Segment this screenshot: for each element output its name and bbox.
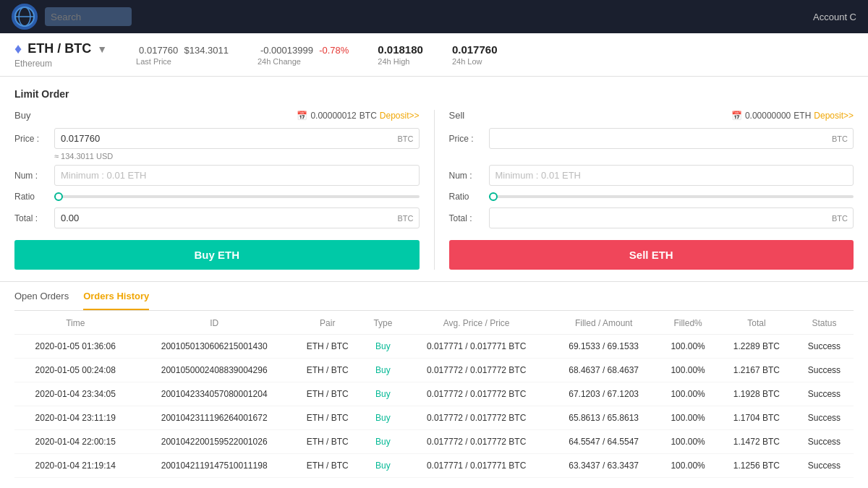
buy-total-label: Total : — [14, 213, 54, 223]
sell-panel-header: Sell 📅 0.00000000 ETH Deposit>> — [449, 110, 854, 121]
col-type: Type — [363, 311, 404, 335]
cell-id: 2001042200159522001026 — [137, 430, 292, 454]
cell-type: Buy — [363, 382, 404, 406]
sell-deposit-link[interactable]: Deposit>> — [814, 111, 854, 121]
col-filled-pct: Filled% — [658, 311, 718, 335]
account-label: Account C — [813, 12, 856, 22]
cell-filled-amount: 65.8613 / 65.8613 — [550, 406, 658, 430]
sell-ratio-row: Ratio — [449, 192, 854, 202]
buy-price-wrap: BTC — [54, 128, 420, 149]
sell-num-row: Num : — [449, 165, 854, 186]
buy-total-row: Total : BTC — [14, 207, 420, 228]
sell-ratio-label: Ratio — [449, 192, 489, 202]
cell-id: 2001042311196264001672 — [137, 406, 292, 430]
low-item: 0.017760 24h Low — [452, 43, 498, 66]
buy-ratio-slider[interactable] — [54, 195, 420, 198]
sell-button[interactable]: Sell ETH — [449, 240, 854, 270]
header: Account C — [0, 0, 868, 33]
header-left — [12, 4, 132, 30]
cell-total: 1.1256 BTC — [718, 454, 795, 478]
buy-approx-usd: ≈ 134.3011 USD — [54, 152, 420, 160]
pair-dropdown-icon[interactable]: ▼ — [97, 43, 107, 55]
cell-status: Success — [795, 382, 854, 406]
buy-button[interactable]: Buy ETH — [14, 240, 420, 270]
cell-total: 1.2167 BTC — [718, 359, 795, 382]
col-time: Time — [14, 311, 137, 335]
tab-open-orders[interactable]: Open Orders — [14, 291, 69, 310]
cell-pair: ETH / BTC — [292, 382, 363, 406]
buy-balance: 0.00000012 — [310, 111, 356, 121]
buy-total-input[interactable] — [54, 207, 420, 228]
last-price-item: 0.017760 $134.3011 Last Price — [136, 43, 229, 66]
sell-ratio-slider[interactable] — [489, 195, 854, 198]
orders-section: Open Orders Orders History Time ID Pair … — [0, 282, 868, 488]
cell-status: Success — [795, 406, 854, 430]
sell-price-row: Price : BTC — [449, 128, 854, 149]
tab-orders-history[interactable]: Orders History — [83, 291, 149, 310]
trading-pair: ETH / BTC — [27, 41, 91, 56]
sell-num-wrap — [489, 165, 854, 186]
cell-id: 2001042334057080001204 — [137, 382, 292, 406]
cell-total: 1.1704 BTC — [718, 406, 795, 430]
order-panels: Buy 📅 0.00000012 BTC Deposit>> Price : B… — [14, 110, 854, 270]
buy-num-label: Num : — [14, 171, 54, 181]
cell-time: 2020-01-04 21:19:14 — [14, 454, 137, 478]
ticker-pair[interactable]: ♦ ETH / BTC ▼ — [14, 40, 107, 57]
cell-filled-pct: 100.00% — [658, 335, 718, 359]
table-row: 2020-01-05 01:36:06 20010501306062150014… — [14, 335, 854, 359]
buy-panel: Buy 📅 0.00000012 BTC Deposit>> Price : B… — [14, 110, 434, 270]
cell-filled-pct: 100.00% — [658, 359, 718, 382]
high-value: 0.018180 — [378, 43, 423, 56]
sell-num-input[interactable] — [489, 165, 854, 186]
cell-filled-amount: 68.4637 / 68.4637 — [550, 359, 658, 382]
cell-pair: ETH / BTC — [292, 335, 363, 359]
buy-ratio-label: Ratio — [14, 192, 54, 202]
buy-deposit-link[interactable]: Deposit>> — [380, 111, 420, 121]
search-input[interactable] — [45, 7, 132, 26]
cell-total: 1.2289 BTC — [718, 335, 795, 359]
sell-total-input[interactable] — [489, 207, 854, 228]
buy-price-input[interactable] — [54, 128, 420, 149]
sell-price-currency: BTC — [832, 134, 848, 143]
orders-table-header: Time ID Pair Type Avg. Price / Price Fil… — [14, 311, 854, 335]
cell-status: Success — [795, 454, 854, 478]
col-pair: Pair — [292, 311, 363, 335]
buy-num-wrap — [54, 165, 420, 186]
buy-price-row: Price : BTC — [14, 128, 420, 149]
sell-side-label: Sell — [449, 110, 465, 121]
eth-icon: ♦ — [14, 40, 22, 57]
buy-num-input[interactable] — [54, 165, 420, 186]
last-price-value: 0.017760 $134.3011 — [136, 43, 229, 56]
sell-total-currency: BTC — [832, 214, 848, 223]
buy-side-label: Buy — [14, 110, 30, 121]
cell-pair: ETH / BTC — [292, 359, 363, 382]
cell-type: Buy — [363, 359, 404, 382]
cell-type: Buy — [363, 335, 404, 359]
cell-time: 2020-01-04 22:00:15 — [14, 430, 137, 454]
logo-icon — [12, 4, 38, 30]
cell-filled-pct: 100.00% — [658, 454, 718, 478]
buy-num-row: Num : — [14, 165, 420, 186]
ticker-pair-info: ♦ ETH / BTC ▼ Ethereum — [14, 40, 107, 69]
table-row: 2020-01-04 22:00:15 20010422001595220010… — [14, 430, 854, 454]
cell-id: 2001050130606215001430 — [137, 335, 292, 359]
cell-pair: ETH / BTC — [292, 454, 363, 478]
cell-avg-price: 0.017772 / 0.017772 BTC — [403, 382, 550, 406]
table-row: 2020-01-04 21:19:14 20010421191475100111… — [14, 454, 854, 478]
buy-price-label: Price : — [14, 134, 54, 144]
high-item: 0.018180 24h High — [378, 43, 423, 66]
cell-type: Buy — [363, 454, 404, 478]
cell-pair: ETH / BTC — [292, 406, 363, 430]
trading-section: Limit Order Buy 📅 0.00000012 BTC Deposit… — [0, 77, 868, 282]
change-value: -0.00013999 -0.78% — [258, 43, 349, 56]
low-label: 24h Low — [452, 57, 498, 66]
buy-panel-header: Buy 📅 0.00000012 BTC Deposit>> — [14, 110, 420, 121]
col-id: ID — [137, 311, 292, 335]
cell-filled-amount: 69.1533 / 69.1533 — [550, 335, 658, 359]
sell-price-wrap: BTC — [489, 128, 854, 149]
sell-balance: 0.00000000 — [745, 111, 791, 121]
cell-time: 2020-01-05 00:24:08 — [14, 359, 137, 382]
calendar-icon: 📅 — [297, 111, 307, 121]
cell-avg-price: 0.017772 / 0.017772 BTC — [403, 430, 550, 454]
sell-price-input[interactable] — [489, 128, 854, 149]
